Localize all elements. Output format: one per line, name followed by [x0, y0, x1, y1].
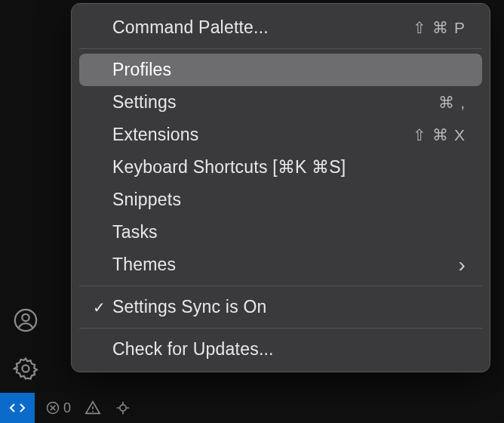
menu-item-label: Keyboard Shortcuts [⌘K ⌘S] [112, 157, 466, 178]
remote-indicator[interactable] [0, 393, 35, 423]
activity-bar [0, 0, 51, 393]
status-errors-count: 0 [63, 400, 71, 416]
menu-separator [79, 328, 482, 329]
svg-point-1 [22, 314, 29, 321]
chevron-right-icon: › [458, 255, 466, 276]
menu-separator [79, 286, 482, 286]
menu-item-profiles[interactable]: Profiles [79, 54, 482, 86]
menu-item-extensions[interactable]: Extensions⇧ ⌘ X [79, 119, 482, 151]
menu-item-check-for-updates[interactable]: Check for Updates... [79, 333, 482, 366]
menu-item-label: Themes [112, 255, 458, 275]
svg-point-4 [92, 411, 93, 412]
menu-item-settings-sync-is-on[interactable]: ✓Settings Sync is On [79, 291, 482, 323]
status-errors[interactable]: 0 [45, 400, 71, 416]
menu-item-label: Settings [112, 92, 438, 113]
menu-item-label: Check for Updates... [112, 339, 466, 360]
svg-point-2 [22, 365, 29, 372]
status-bar: 0 [35, 393, 504, 423]
check-icon: ✓ [93, 298, 112, 316]
menu-item-shortcut: ⌘ , [438, 94, 466, 112]
menu-item-label: Tasks [112, 222, 466, 242]
menu-item-label: Settings Sync is On [112, 297, 466, 317]
menu-item-shortcut: ⇧ ⌘ P [413, 19, 466, 37]
app-root: 0 Command Palette...⇧ ⌘ PProfilesSetting… [0, 0, 504, 423]
manage-menu: Command Palette...⇧ ⌘ PProfilesSettings⌘… [71, 3, 490, 372]
menu-item-command-palette[interactable]: Command Palette...⇧ ⌘ P [79, 11, 482, 44]
status-warnings[interactable] [85, 400, 101, 416]
menu-item-shortcut: ⇧ ⌘ X [413, 126, 466, 144]
menu-item-label: Command Palette... [112, 17, 413, 38]
menu-item-themes[interactable]: Themes› [79, 249, 482, 281]
menu-item-snippets[interactable]: Snippets [79, 184, 482, 216]
gear-icon[interactable] [0, 344, 51, 393]
menu-item-label: Extensions [112, 125, 413, 145]
menu-item-label: Profiles [112, 60, 466, 80]
menu-separator [79, 48, 482, 49]
menu-item-keyboard-shortcuts-k-s[interactable]: Keyboard Shortcuts [⌘K ⌘S] [79, 151, 482, 184]
status-ports[interactable] [115, 400, 131, 416]
menu-item-label: Snippets [112, 190, 466, 210]
menu-item-settings[interactable]: Settings⌘ , [79, 86, 482, 119]
accounts-icon[interactable] [0, 296, 51, 344]
svg-point-5 [120, 405, 126, 411]
menu-item-tasks[interactable]: Tasks [79, 216, 482, 249]
